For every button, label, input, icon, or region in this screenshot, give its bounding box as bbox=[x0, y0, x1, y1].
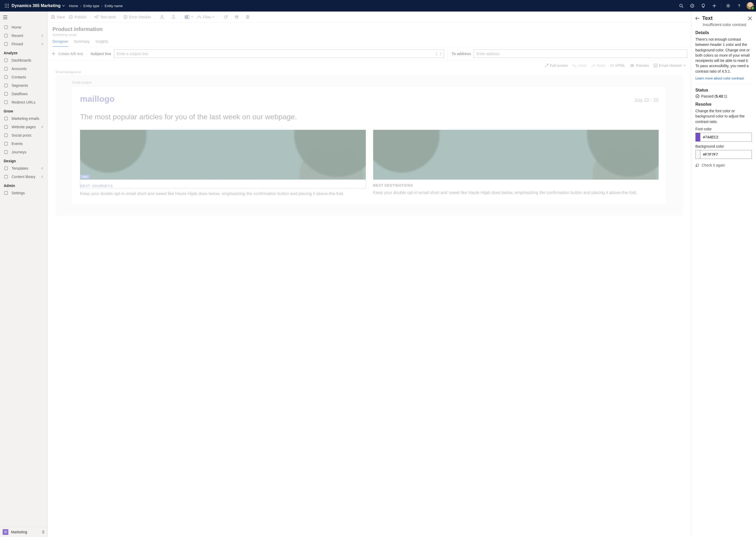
svg-point-1 bbox=[7, 4, 7, 5]
sidebar-item-social-posts[interactable]: Social posts bbox=[0, 131, 48, 140]
tab-summary[interactable]: Summary bbox=[74, 39, 90, 47]
card-image[interactable] bbox=[80, 130, 366, 180]
svg-rect-14 bbox=[4, 34, 8, 37]
add-icon[interactable] bbox=[709, 0, 720, 12]
email-headline[interactable]: The most popular articles for you of the… bbox=[80, 111, 659, 122]
email-logo[interactable]: maillogo bbox=[80, 94, 115, 104]
help-icon[interactable] bbox=[734, 0, 744, 12]
app-name[interactable]: Dynamics 365 Marketing bbox=[12, 3, 61, 8]
share-icon[interactable] bbox=[170, 15, 177, 19]
search-icon[interactable] bbox=[676, 0, 687, 12]
undo-button[interactable]: Undo bbox=[573, 63, 587, 68]
card-image[interactable] bbox=[373, 130, 659, 180]
selected-text-block[interactable]: Text BEST JOURNEYS bbox=[80, 180, 366, 188]
create-ab-test-button[interactable]: Create A/B test bbox=[48, 49, 87, 59]
check-again-button[interactable]: Check it again bbox=[695, 163, 752, 167]
save-button[interactable]: Save bbox=[51, 15, 65, 19]
sidebar-item-label: Templates bbox=[12, 166, 28, 170]
bg-color-field[interactable] bbox=[695, 150, 752, 159]
tab-insights[interactable]: Insights bbox=[96, 39, 108, 47]
font-color-swatch[interactable] bbox=[696, 133, 700, 141]
email-date[interactable]: July 22 - 25 bbox=[634, 98, 659, 103]
area-switcher[interactable]: M Marketing bbox=[0, 527, 48, 537]
sidebar-item-redirect-urls[interactable]: Redirect URLs bbox=[0, 98, 48, 106]
preview-button[interactable]: Preview bbox=[630, 63, 649, 68]
svg-rect-22 bbox=[4, 117, 8, 120]
app-launcher-icon[interactable] bbox=[2, 4, 12, 8]
sidebar-item-journeys[interactable]: Journeys bbox=[0, 148, 48, 156]
svg-point-8 bbox=[8, 7, 9, 8]
email-checker-button[interactable]: Email checker bbox=[654, 63, 686, 68]
sidebar-item-content-library[interactable]: Content library bbox=[0, 173, 48, 181]
sidebar-item-label: Recent bbox=[12, 34, 23, 38]
flow-button[interactable]: Flow bbox=[197, 15, 215, 19]
svg-rect-19 bbox=[4, 84, 8, 87]
lightbulb-icon[interactable] bbox=[698, 0, 708, 12]
sidebar-item-events[interactable]: Events bbox=[0, 140, 48, 148]
breadcrumb-item[interactable]: Entity type bbox=[83, 4, 100, 8]
html-button[interactable]: HTML bbox=[610, 63, 625, 68]
subject-input[interactable] bbox=[114, 50, 444, 58]
personalization-icon[interactable]: { } bbox=[435, 52, 442, 56]
sidebar-item-pinned[interactable]: Pinned bbox=[0, 40, 48, 48]
tab-designer[interactable]: Designer bbox=[53, 39, 68, 47]
card-category[interactable]: BEST JOURNEYS bbox=[80, 184, 366, 188]
email-background[interactable]: Email content maillogo July 22 - 25 The … bbox=[56, 75, 683, 216]
sidebar-item-marketing-emails[interactable]: Marketing emails bbox=[0, 114, 48, 123]
card-category[interactable]: BEST DESTINATIONS bbox=[373, 183, 659, 187]
sidebar-item-accounts[interactable]: Accounts bbox=[0, 64, 48, 73]
full-screen-button[interactable]: Full screen bbox=[545, 63, 568, 68]
accessibility-panel: Text Insufficient color contrast Details… bbox=[691, 12, 756, 537]
chevron-down-icon[interactable] bbox=[62, 4, 65, 7]
gear-icon[interactable] bbox=[723, 0, 734, 12]
sidebar-group-analyze: Analyze bbox=[0, 48, 48, 56]
command-bar: Save Publish Test send Error checker W F… bbox=[48, 12, 691, 22]
mail-icon bbox=[4, 116, 8, 121]
card-desc[interactable]: Keep your double opt-in email short and … bbox=[373, 189, 659, 196]
svg-text:W: W bbox=[185, 16, 187, 19]
breadcrumb-item[interactable]: Home bbox=[69, 4, 78, 8]
close-icon[interactable] bbox=[748, 17, 752, 20]
bg-color-label: Background color bbox=[695, 144, 752, 148]
back-icon[interactable] bbox=[695, 16, 699, 21]
chevron-left-icon bbox=[41, 34, 44, 37]
font-color-field[interactable] bbox=[695, 133, 752, 142]
publish-button[interactable]: Publish bbox=[69, 15, 87, 19]
details-text: There's not enough contrast between head… bbox=[695, 37, 752, 74]
sidebar-item-home[interactable]: Home bbox=[0, 23, 48, 31]
test-send-button[interactable]: Test send bbox=[94, 15, 116, 19]
font-color-label: Font color bbox=[695, 127, 752, 131]
task-icon[interactable] bbox=[687, 0, 697, 12]
to-input[interactable] bbox=[474, 50, 687, 58]
bg-color-input[interactable] bbox=[700, 150, 752, 159]
hamburger-icon[interactable] bbox=[0, 12, 48, 23]
archive-icon[interactable] bbox=[233, 15, 241, 19]
redo-button[interactable]: Redo bbox=[592, 63, 605, 68]
sidebar: HomeRecentPinnedAnalyzeDashboardsAccount… bbox=[0, 12, 48, 537]
card-desc[interactable]: Keep your double opt-in email short and … bbox=[80, 190, 366, 197]
assign-icon[interactable] bbox=[159, 15, 166, 19]
sidebar-item-templates[interactable]: Templates bbox=[0, 164, 48, 173]
sidebar-item-dashboards[interactable]: Dashboards bbox=[0, 56, 48, 64]
bg-color-swatch[interactable] bbox=[696, 150, 700, 159]
avatar[interactable] bbox=[746, 2, 754, 10]
delete-icon[interactable] bbox=[244, 15, 251, 19]
word-template-button[interactable]: W bbox=[185, 15, 193, 19]
email-content[interactable]: maillogo July 22 - 25 The most popular a… bbox=[71, 86, 667, 205]
learn-more-link[interactable]: Learn more about color contrast bbox=[695, 76, 744, 80]
refresh-icon[interactable] bbox=[222, 15, 229, 19]
redir-icon bbox=[4, 100, 8, 104]
sidebar-group-grow: Grow bbox=[0, 106, 48, 114]
svg-point-11 bbox=[728, 5, 729, 6]
sidebar-item-dataflows[interactable]: Dataflows bbox=[0, 90, 48, 98]
breadcrumb-item[interactable]: Entity name bbox=[105, 4, 123, 8]
svg-rect-38 bbox=[654, 64, 657, 67]
sidebar-item-contacts[interactable]: Contacts bbox=[0, 73, 48, 81]
error-checker-button[interactable]: Error checker bbox=[123, 15, 151, 19]
sidebar-item-segments[interactable]: Segments bbox=[0, 81, 48, 90]
font-color-input[interactable] bbox=[700, 133, 752, 141]
sidebar-item-website-pages[interactable]: Website pages bbox=[0, 123, 48, 131]
sidebar-item-recent[interactable]: Recent bbox=[0, 31, 48, 40]
sidebar-item-settings[interactable]: Settings bbox=[0, 189, 48, 197]
sidebar-item-label: Redirect URLs bbox=[12, 100, 35, 104]
